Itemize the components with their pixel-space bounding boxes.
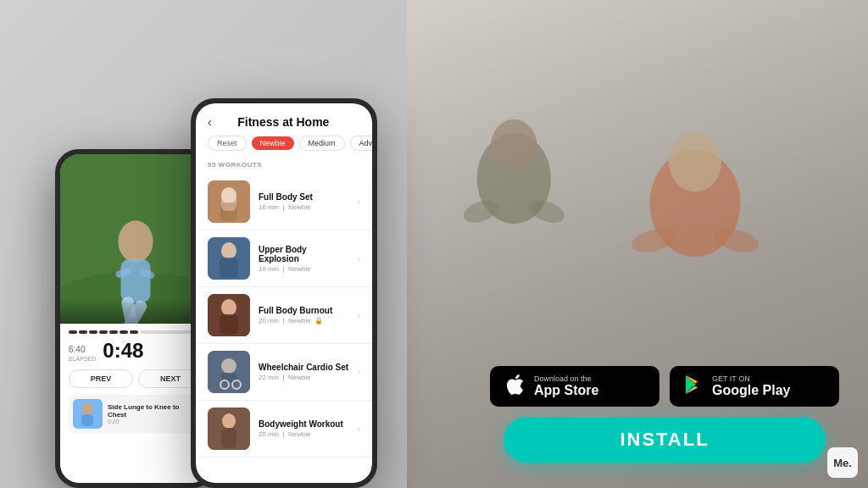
video-overlay: [60, 298, 211, 324]
svg-rect-18: [81, 414, 93, 426]
svg-point-23: [221, 242, 236, 259]
workout-name-2: Upper Body Explosion: [259, 245, 349, 263]
thumb-svg-4: [208, 351, 250, 393]
progress-filled-1: [69, 330, 77, 334]
google-play-icon: [683, 374, 705, 399]
workout-meta-2: 18 min | Newbie: [259, 265, 349, 273]
thumb-svg-2: [208, 237, 250, 280]
chevron-icon-4: ›: [358, 368, 360, 377]
thumb-svg-5: [208, 408, 250, 450]
progress-filled-3: [89, 330, 97, 334]
thumb-figure-1: [208, 180, 250, 223]
workout-item[interactable]: Full Body Set 16 min | Newbie ›: [196, 174, 372, 230]
appstore-name: App Store: [534, 383, 598, 398]
workout-info-2: Upper Body Explosion 18 min | Newbie: [259, 245, 349, 273]
apple-logo-svg: [504, 373, 527, 396]
svg-rect-21: [220, 202, 237, 221]
workout-thumbnail-1: [208, 180, 250, 223]
workout-meta-1: 16 min | Newbie: [259, 203, 349, 211]
phone-right: ‹ Fitness at Home Reset Newbie Medium Ad…: [191, 98, 377, 488]
progress-filled-2: [79, 330, 87, 334]
phone-left-screen: 6:40 ELAPSED 0:48 PREV NEXT: [60, 154, 211, 483]
install-button[interactable]: INSTALL: [504, 417, 826, 463]
next-workout-info: Side Lunge to Knee to Chest 0:20: [108, 403, 198, 424]
progress-filled-4: [99, 330, 108, 334]
next-workout-title: Side Lunge to Knee to Chest: [108, 403, 198, 419]
nav-buttons: PREV NEXT: [69, 369, 203, 388]
phone-controls: 6:40 ELAPSED 0:48 PREV NEXT: [60, 324, 211, 483]
progress-filled-6: [120, 330, 128, 334]
next-thumb-svg: [73, 399, 103, 429]
workout-thumbnail-2: [208, 237, 250, 280]
googleplay-text: GET IT ON Google Play: [712, 374, 790, 398]
workout-info-1: Full Body Set 16 min | Newbie: [259, 192, 349, 211]
filter-medium-btn[interactable]: Medium: [299, 136, 345, 151]
me-badge[interactable]: Me.: [827, 447, 858, 478]
timer-row: 6:40 ELAPSED 0:48: [69, 339, 203, 363]
svg-rect-24: [220, 258, 238, 278]
workout-name-4: Wheelchair Cardio Set: [259, 363, 349, 372]
svg-point-10: [118, 220, 153, 262]
next-workout-time: 0:20: [108, 419, 198, 424]
workout-name-1: Full Body Set: [259, 192, 349, 202]
workout-video: [60, 154, 211, 324]
appstore-text: Download on the App Store: [534, 374, 598, 398]
elapsed-time: 6:40: [69, 345, 85, 354]
google-play-button[interactable]: GET IT ON Google Play: [670, 366, 839, 407]
workout-name-3: Full Body Burnout: [259, 306, 349, 315]
store-buttons: Download on the App Store GET IT ON Goog…: [490, 366, 839, 407]
workout-item[interactable]: Wheelchair Cardio Set 22 min | Newbie ›: [196, 344, 372, 401]
workout-info-4: Wheelchair Cardio Set 22 min | Newbie: [259, 363, 349, 381]
thumb-svg-3: [208, 294, 250, 336]
svg-rect-35: [221, 428, 236, 448]
filter-reset-btn[interactable]: Reset: [208, 136, 247, 151]
workout-count: 95 WORKOUTS: [196, 158, 372, 174]
workout-list: Full Body Set 16 min | Newbie ›: [196, 174, 372, 483]
workout-thumbnail-5: [208, 408, 250, 450]
phone-right-screen: ‹ Fitness at Home Reset Newbie Medium Ad…: [196, 103, 372, 483]
prev-button[interactable]: PREV: [69, 369, 133, 388]
workout-info-5: Bodyweight Workout 25 min | Newbie: [259, 419, 349, 438]
back-arrow-icon[interactable]: ‹: [208, 115, 212, 129]
workout-meta-5: 25 min | Newbie: [259, 430, 349, 438]
elapsed-label: ELAPSED: [69, 356, 96, 362]
chevron-icon-5: ›: [358, 424, 360, 434]
workout-item[interactable]: Bodyweight Workout 25 min | Newbie ›: [196, 401, 372, 458]
workout-meta-3: 20 min | Newbie 🔒: [259, 317, 349, 324]
svg-point-34: [222, 413, 236, 429]
svg-point-20: [221, 187, 236, 204]
workout-name-5: Bodyweight Workout: [259, 419, 349, 429]
svg-point-17: [81, 402, 93, 416]
progress-bars: [69, 330, 203, 334]
apple-icon: [504, 373, 527, 400]
cta-overlay: Download on the App Store GET IT ON Goog…: [478, 366, 851, 463]
phones-container: 6:40 ELAPSED 0:48 PREV NEXT: [17, 8, 415, 488]
workout-meta-4: 22 min | Newbie: [259, 374, 349, 381]
svg-rect-11: [120, 259, 150, 303]
elapsed-display: 6:40 ELAPSED: [69, 341, 96, 362]
app-title: Fitness at Home: [219, 115, 348, 129]
next-workout-card: Side Lunge to Knee to Chest 0:20: [69, 395, 203, 433]
thumb-svg-1: [208, 180, 250, 223]
filter-row: Reset Newbie Medium Advance: [196, 136, 372, 158]
svg-point-26: [221, 299, 236, 316]
workout-item[interactable]: Full Body Burnout 20 min | Newbie 🔒 ›: [196, 287, 372, 344]
appstore-sub: Download on the: [534, 374, 598, 383]
chevron-icon-3: ›: [358, 311, 360, 320]
app-store-button[interactable]: Download on the App Store: [490, 366, 659, 407]
main-timer: 0:48: [103, 339, 143, 363]
googleplay-sub: GET IT ON: [712, 374, 790, 383]
svg-rect-27: [220, 314, 238, 335]
filter-newbie-btn[interactable]: Newbie: [252, 136, 294, 150]
filter-advanced-btn[interactable]: Advance: [350, 136, 372, 151]
progress-filled-7: [130, 330, 138, 334]
next-workout-thumbnail: [73, 399, 103, 429]
progress-filled-5: [109, 330, 118, 334]
svg-point-3: [669, 132, 721, 191]
svg-point-29: [221, 358, 236, 374]
googleplay-name: Google Play: [712, 383, 790, 398]
svg-point-1: [491, 119, 537, 172]
workout-item[interactable]: Upper Body Explosion 18 min | Newbie ›: [196, 230, 372, 287]
workout-thumbnail-4: [208, 351, 250, 393]
chevron-icon-2: ›: [358, 254, 360, 263]
